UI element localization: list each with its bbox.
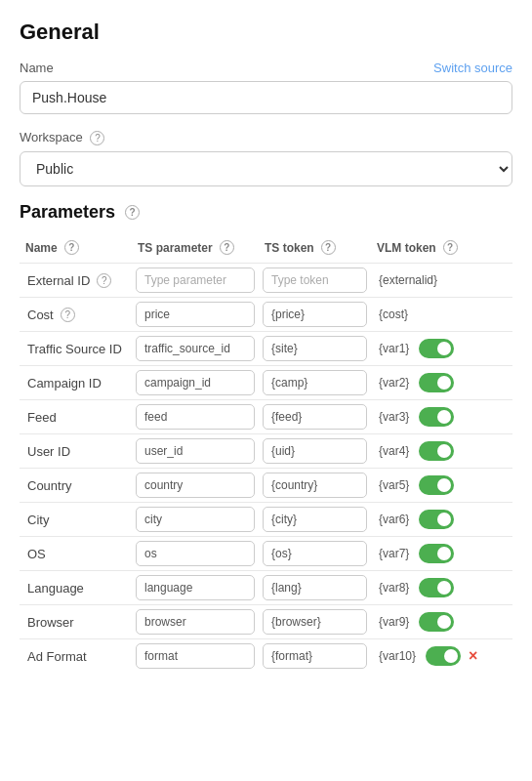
param-vlm-os: {var7} (371, 537, 512, 571)
ts-param-input-city[interactable] (136, 507, 255, 532)
param-ts-token-language (259, 571, 371, 605)
ts-token-input-browser[interactable] (263, 609, 367, 635)
workspace-select[interactable]: Public Private (20, 151, 512, 186)
ts-token-input-ad-format[interactable] (263, 643, 367, 669)
ts-token-input-language[interactable] (263, 575, 367, 600)
toggle-country[interactable] (419, 475, 454, 495)
parameters-help-icon[interactable]: ? (125, 205, 140, 220)
th-ts-param-help-icon[interactable]: ? (220, 240, 234, 255)
th-ts-token-help-icon[interactable]: ? (321, 240, 336, 255)
table-row-browser: Browser{var9} (20, 605, 512, 639)
toggle-traffic-source-id[interactable] (419, 339, 454, 358)
external-id-help-icon[interactable]: ? (97, 273, 111, 288)
toggle-language[interactable] (419, 578, 454, 597)
table-row-user-id: User ID{var4} (20, 434, 512, 469)
param-ts-param-country (132, 469, 259, 503)
ts-token-input-cost[interactable] (263, 302, 367, 327)
table-row-os: OS{var7} (20, 537, 512, 571)
ts-param-input-os[interactable] (136, 541, 255, 566)
th-vlm-help-icon[interactable]: ? (443, 240, 458, 255)
param-vlm-city: {var6} (371, 503, 512, 537)
param-ts-param-os (132, 537, 259, 571)
parameters-heading: Parameters ? (20, 202, 512, 223)
vlm-token-text-traffic-source-id: {var1} (375, 337, 413, 360)
param-ts-param-external-id (132, 264, 259, 298)
ts-token-input-os[interactable] (263, 541, 367, 566)
switch-source-link[interactable]: Switch source (433, 61, 512, 75)
param-name-traffic-source-id: Traffic Source ID (20, 332, 132, 366)
ts-token-input-feed[interactable] (263, 404, 367, 430)
param-ts-param-user-id (132, 434, 259, 469)
vlm-token-text-cost: {cost} (375, 303, 412, 326)
table-row-language: Language{var8} (20, 571, 512, 605)
name-input[interactable] (20, 81, 512, 114)
vlm-token-text-os: {var7} (375, 542, 413, 565)
table-row-city: City{var6} (20, 503, 512, 537)
ts-param-input-feed[interactable] (136, 404, 255, 430)
workspace-label: Workspace ? (20, 130, 104, 145)
vlm-token-text-campaign-id: {var2} (375, 371, 413, 394)
param-name-user-id: User ID (20, 434, 132, 469)
table-row-campaign-id: Campaign ID{var2} (20, 366, 512, 400)
param-vlm-language: {var8} (371, 571, 512, 605)
ts-token-input-campaign-id[interactable] (263, 370, 367, 395)
param-ts-token-city (259, 503, 371, 537)
param-vlm-cost: {cost} (371, 298, 512, 332)
table-row-cost: Cost?{cost} (20, 298, 512, 332)
toggle-feed[interactable] (419, 407, 454, 427)
ts-param-input-user-id[interactable] (136, 438, 255, 464)
param-name-external-id: External ID? (20, 264, 132, 298)
param-name-cost: Cost? (20, 298, 132, 332)
param-ts-token-os (259, 537, 371, 571)
param-ts-param-traffic-source-id (132, 332, 259, 366)
toggle-os[interactable] (419, 544, 454, 563)
param-ts-token-traffic-source-id (259, 332, 371, 366)
th-ts-param: TS parameter ? (132, 236, 259, 264)
parameters-table: Name ? TS parameter ? TS token ? VLM tok… (20, 236, 512, 673)
delete-btn-ad-format[interactable]: × (467, 647, 479, 665)
param-ts-param-feed (132, 400, 259, 434)
ts-param-input-external-id[interactable] (136, 267, 255, 293)
param-vlm-feed: {var3} (371, 400, 512, 434)
vlm-token-text-browser: {var9} (375, 610, 413, 634)
ts-param-input-ad-format[interactable] (136, 643, 255, 669)
th-ts-token: TS token ? (259, 236, 371, 264)
vlm-token-text-external-id: {externalid} (375, 268, 441, 292)
ts-param-input-browser[interactable] (136, 609, 255, 635)
param-vlm-ad-format: {var10}× (371, 639, 512, 674)
table-row-feed: Feed{var3} (20, 400, 512, 434)
vlm-token-text-user-id: {var4} (375, 439, 413, 463)
param-vlm-external-id: {externalid} (371, 264, 512, 298)
param-vlm-traffic-source-id: {var1} (371, 332, 512, 366)
ts-param-input-campaign-id[interactable] (136, 370, 255, 395)
cost-help-icon[interactable]: ? (61, 308, 75, 322)
workspace-help-icon[interactable]: ? (90, 131, 104, 145)
vlm-token-text-feed: {var3} (375, 405, 413, 429)
ts-token-input-city[interactable] (263, 507, 367, 532)
name-field-group: Name Switch source (20, 61, 512, 114)
toggle-browser[interactable] (419, 612, 454, 632)
ts-token-input-user-id[interactable] (263, 438, 367, 464)
ts-param-input-country[interactable] (136, 473, 255, 498)
param-ts-param-city (132, 503, 259, 537)
param-vlm-country: {var5} (371, 469, 512, 503)
ts-param-input-language[interactable] (136, 575, 255, 600)
ts-token-input-traffic-source-id[interactable] (263, 336, 367, 361)
th-name-help-icon[interactable]: ? (64, 240, 79, 255)
param-ts-token-ad-format (259, 639, 371, 674)
param-ts-token-campaign-id (259, 366, 371, 400)
param-vlm-browser: {var9} (371, 605, 512, 639)
ts-token-input-external-id[interactable] (263, 267, 367, 293)
toggle-campaign-id[interactable] (419, 373, 454, 392)
param-ts-token-user-id (259, 434, 371, 469)
ts-param-input-cost[interactable] (136, 302, 255, 327)
ts-param-input-traffic-source-id[interactable] (136, 336, 255, 361)
toggle-user-id[interactable] (419, 441, 454, 461)
toggle-city[interactable] (419, 510, 454, 529)
vlm-token-text-city: {var6} (375, 508, 413, 531)
ts-token-input-country[interactable] (263, 473, 367, 498)
workspace-field-group: Workspace ? Public Private (20, 130, 512, 186)
param-name-campaign-id: Campaign ID (20, 366, 132, 400)
table-row-traffic-source-id: Traffic Source ID{var1} (20, 332, 512, 366)
toggle-ad-format[interactable] (426, 646, 461, 666)
